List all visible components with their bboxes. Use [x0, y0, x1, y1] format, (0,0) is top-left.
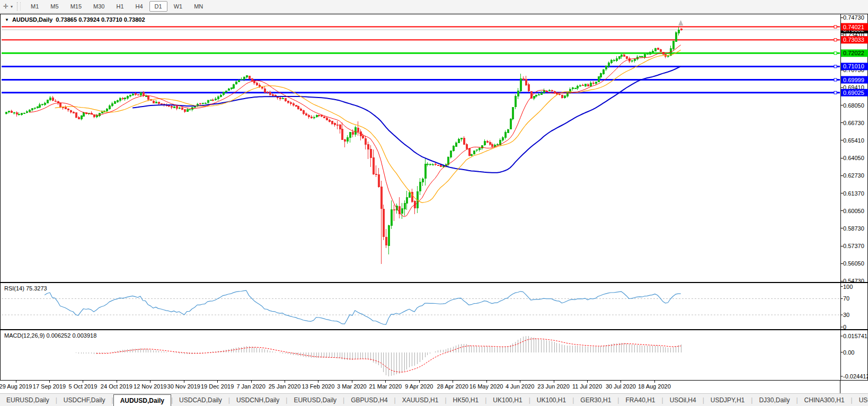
- chart-tab-usoil-h4[interactable]: USOil,H4: [663, 394, 703, 406]
- timeframe-button-mn[interactable]: MN: [189, 1, 208, 12]
- date-tick: [654, 381, 655, 383]
- date-label: 29 Aug 2019: [0, 383, 32, 390]
- price-tick-label: 0.60050: [843, 208, 864, 214]
- timeframe-button-m30[interactable]: M30: [88, 1, 110, 12]
- hline-handle-0.69999[interactable]: [834, 78, 837, 81]
- hline-handle-0.72022[interactable]: [834, 52, 837, 55]
- crosshair-icon[interactable]: ✛: [0, 3, 11, 10]
- chart-tab-xauusd-h1[interactable]: XAUUSD,H1: [396, 394, 445, 406]
- hline-handle-0.73033[interactable]: [834, 39, 837, 41]
- chart-tab-bar: EURUSD,Daily|USDCHF,Daily|AUDUSD,Daily|U…: [0, 393, 868, 406]
- date-tick: [251, 381, 252, 383]
- date-label: 30 Jul 2020: [606, 383, 636, 390]
- chart-tab-fra40-h1[interactable]: FRA40,H1: [619, 394, 661, 406]
- date-tick: [16, 381, 16, 383]
- chevron-down-icon[interactable]: ▾: [11, 4, 15, 9]
- rsi-line: [45, 290, 681, 324]
- hline-price-label: 0.69025: [843, 90, 864, 96]
- timeframe-button-d1[interactable]: D1: [149, 1, 167, 12]
- chart-tab-usdchf-daily[interactable]: USDCHF,Daily: [57, 394, 112, 406]
- arrow-up-marker-icon[interactable]: [679, 21, 683, 25]
- chart-tab-usoil-h1[interactable]: USOil,H1: [853, 394, 868, 406]
- timeframe-button-w1[interactable]: W1: [169, 1, 188, 12]
- chart-tab-hk50-h1[interactable]: HK50,H1: [447, 394, 485, 406]
- rsi-tick-label: 0: [843, 324, 846, 329]
- date-tick: [285, 381, 285, 383]
- chart-tab-gbpusd-h4[interactable]: GBPUSD,H4: [344, 394, 394, 406]
- candles-layer: [5, 27, 682, 264]
- hline-price-label: 0.72022: [843, 50, 864, 56]
- date-tick: [587, 381, 588, 383]
- price-tick-label: 0.74730: [843, 14, 864, 21]
- hline-price-label: 0.69999: [843, 77, 864, 83]
- hline-price-label: 0.71010: [843, 63, 864, 69]
- chart-tab-eurusd-daily[interactable]: EURUSD,Daily: [287, 394, 343, 406]
- price-tick-label: 0.61370: [843, 190, 864, 197]
- price-tick-label: 0.58730: [843, 225, 864, 232]
- candlestick-chart[interactable]: 0.747300.734100.707300.694100.680500.667…: [1, 14, 868, 282]
- down-wicks: [12, 28, 681, 264]
- rsi-chart[interactable]: 10070300: [1, 283, 868, 329]
- rsi-panel[interactable]: RSI(14) 75.3273 10070300: [0, 283, 868, 330]
- timeframe-button-m1[interactable]: M1: [25, 1, 44, 12]
- macd-tick-label: -0.024412: [843, 373, 868, 379]
- date-tick: [117, 381, 117, 383]
- date-label: 23 Jun 2020: [537, 383, 570, 390]
- price-tick-label: 0.66730: [843, 120, 864, 126]
- macd-tick-label: 0.00: [843, 349, 854, 356]
- price-tick-label: 0.68050: [843, 102, 864, 109]
- date-tick: [49, 381, 50, 383]
- price-tick-label: 0.62730: [843, 172, 864, 179]
- date-axis[interactable]: 29 Aug 201917 Sep 20195 Oct 201924 Oct 2…: [0, 381, 868, 393]
- date-label: 12 Nov 2019: [134, 383, 166, 390]
- date-label: 24 Oct 2019: [101, 383, 132, 390]
- timeframe-button-m5[interactable]: M5: [45, 1, 64, 12]
- date-tick: [318, 381, 318, 383]
- date-label: 4 Jun 2020: [506, 383, 534, 390]
- macd-tick-label: 0.015741: [843, 333, 867, 339]
- timeframe-buttons: M1M5M15M30H1H4D1W1MN: [25, 1, 209, 12]
- date-label: 16 May 2020: [470, 383, 503, 390]
- date-label: 9 Apr 2020: [405, 383, 433, 390]
- date-label: 3 Mar 2020: [337, 383, 367, 390]
- chart-tab-dj30-daily[interactable]: DJ30,Daily: [752, 394, 796, 406]
- chart-tab-usdcad-daily[interactable]: USDCAD,Daily: [173, 394, 228, 406]
- price-tick-label: 0.57370: [843, 243, 864, 249]
- date-tick: [554, 381, 554, 383]
- date-label: 28 Apr 2020: [437, 383, 468, 390]
- date-tick: [453, 381, 453, 383]
- hline-handle-0.69025[interactable]: [834, 91, 837, 94]
- chart-tab-china300-h1[interactable]: CHINA300,H1: [798, 394, 851, 406]
- chart-tab-ger30-h1[interactable]: GER30,H1: [574, 394, 617, 406]
- hline-handle-0.74021[interactable]: [834, 25, 837, 28]
- chart-tab-usdcnh-daily[interactable]: USDCNH,Daily: [230, 394, 286, 406]
- date-tick: [83, 381, 83, 383]
- timeframe-button-h4[interactable]: H4: [130, 1, 148, 12]
- ma-mid-line: [55, 50, 681, 202]
- axis-border-line: [840, 381, 840, 393]
- hline-handle-0.71010[interactable]: [834, 65, 837, 68]
- macd-panel[interactable]: MACD(12,26,9) 0.006252 0.003918 0.015741…: [0, 330, 868, 381]
- ma-slow-line: [132, 66, 681, 172]
- chart-dropdown-icon[interactable]: ▼: [5, 17, 9, 22]
- chart-tab-eurusd-daily[interactable]: EURUSD,Daily: [0, 394, 56, 406]
- price-tick-label: 0.64050: [843, 155, 864, 161]
- chart-tab-uk100-h1[interactable]: UK100,H1: [530, 394, 572, 406]
- price-tick-label: 0.65410: [843, 137, 864, 144]
- date-label: 18 Aug 2020: [638, 383, 671, 390]
- chart-tab-audusd-daily[interactable]: AUDUSD,Daily: [113, 394, 171, 406]
- date-tick: [150, 381, 150, 383]
- hline-price-label: 0.74021: [843, 24, 864, 30]
- chart-tab-usdjpy-h1[interactable]: USDJPY,H1: [704, 394, 751, 406]
- price-chart-panel[interactable]: ▼ AUDUSD,Daily 0.73865 0.73924 0.73710 0…: [0, 14, 868, 283]
- chart-tab-uk100-h1[interactable]: UK100,H1: [486, 394, 528, 406]
- timeframe-button-m15[interactable]: M15: [65, 1, 87, 12]
- macd-histogram: [74, 336, 681, 376]
- hline-price-label: 0.73033: [843, 37, 864, 43]
- macd-chart[interactable]: 0.0157410.00-0.024412: [1, 330, 868, 380]
- date-label: 5 Oct 2019: [68, 383, 97, 390]
- price-tick-label: 0.54730: [843, 278, 864, 282]
- timeframe-button-h1[interactable]: H1: [111, 1, 129, 12]
- toolbar-grip: [17, 2, 21, 11]
- date-label: 7 Jan 2020: [236, 383, 265, 390]
